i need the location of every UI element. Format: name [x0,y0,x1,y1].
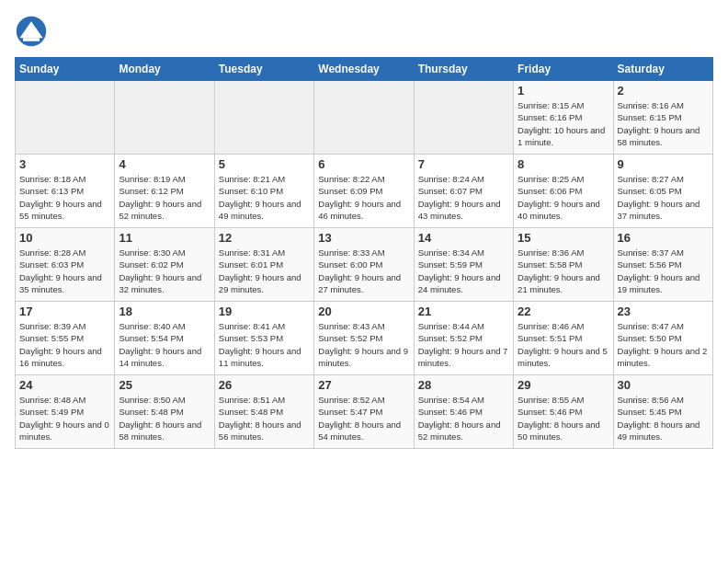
calendar-cell [414,81,513,155]
calendar-week: 17Sunrise: 8:39 AM Sunset: 5:55 PM Dayli… [16,302,713,375]
day-info: Sunrise: 8:50 AM Sunset: 5:48 PM Dayligh… [119,394,210,442]
day-info: Sunrise: 8:22 AM Sunset: 6:09 PM Dayligh… [318,173,409,222]
day-info: Sunrise: 8:55 AM Sunset: 5:46 PM Dayligh… [518,394,609,442]
calendar-week: 24Sunrise: 8:48 AM Sunset: 5:49 PM Dayli… [16,375,713,449]
calendar-cell: 6Sunrise: 8:22 AM Sunset: 6:09 PM Daylig… [314,155,414,228]
day-number: 25 [119,378,210,392]
day-number: 21 [418,304,509,318]
day-number: 2 [618,84,709,98]
day-info: Sunrise: 8:36 AM Sunset: 5:58 PM Dayligh… [518,247,609,295]
calendar-cell: 23Sunrise: 8:47 AM Sunset: 5:50 PM Dayli… [613,302,712,375]
calendar-cell: 2Sunrise: 8:16 AM Sunset: 6:15 PM Daylig… [613,81,712,155]
day-number: 23 [618,304,709,318]
calendar-cell [214,81,313,155]
day-info: Sunrise: 8:51 AM Sunset: 5:48 PM Dayligh… [219,394,310,442]
day-number: 22 [518,304,609,318]
day-number: 17 [19,304,110,318]
calendar-cell: 29Sunrise: 8:55 AM Sunset: 5:46 PM Dayli… [514,375,613,449]
day-info: Sunrise: 8:16 AM Sunset: 6:15 PM Dayligh… [618,99,709,148]
calendar-cell: 11Sunrise: 8:30 AM Sunset: 6:02 PM Dayli… [115,228,214,302]
day-number: 26 [219,378,310,392]
calendar-cell: 22Sunrise: 8:46 AM Sunset: 5:51 PM Dayli… [514,302,613,375]
calendar-cell: 9Sunrise: 8:27 AM Sunset: 6:05 PM Daylig… [613,155,712,228]
calendar-cell: 5Sunrise: 8:21 AM Sunset: 6:10 PM Daylig… [214,155,313,228]
day-info: Sunrise: 8:18 AM Sunset: 6:13 PM Dayligh… [19,173,110,222]
day-number: 6 [318,157,409,171]
day-info: Sunrise: 8:46 AM Sunset: 5:51 PM Dayligh… [518,320,609,369]
day-number: 1 [518,84,609,98]
day-number: 11 [119,231,210,245]
weekday-header: Tuesday [214,58,313,81]
calendar-cell: 30Sunrise: 8:56 AM Sunset: 5:45 PM Dayli… [613,375,712,449]
day-info: Sunrise: 8:41 AM Sunset: 5:53 PM Dayligh… [219,320,310,369]
day-number: 8 [518,157,609,171]
weekday-header: Saturday [613,58,712,81]
day-number: 12 [219,231,310,245]
calendar-cell: 17Sunrise: 8:39 AM Sunset: 5:55 PM Dayli… [16,302,115,375]
weekday-header: Thursday [414,58,513,81]
calendar-cell: 8Sunrise: 8:25 AM Sunset: 6:06 PM Daylig… [514,155,613,228]
day-number: 14 [418,231,509,245]
calendar-cell: 20Sunrise: 8:43 AM Sunset: 5:52 PM Dayli… [314,302,414,375]
day-number: 29 [518,378,609,392]
weekday-header: Monday [115,58,214,81]
day-info: Sunrise: 8:27 AM Sunset: 6:05 PM Dayligh… [618,173,709,222]
day-number: 28 [418,378,509,392]
calendar-cell: 18Sunrise: 8:40 AM Sunset: 5:54 PM Dayli… [115,302,214,375]
day-info: Sunrise: 8:31 AM Sunset: 6:01 PM Dayligh… [219,247,310,295]
header-row: SundayMondayTuesdayWednesdayThursdayFrid… [16,58,713,81]
day-info: Sunrise: 8:33 AM Sunset: 6:00 PM Dayligh… [318,247,409,295]
day-number: 27 [318,378,409,392]
calendar-cell: 25Sunrise: 8:50 AM Sunset: 5:48 PM Dayli… [115,375,214,449]
day-info: Sunrise: 8:24 AM Sunset: 6:07 PM Dayligh… [418,173,509,222]
day-info: Sunrise: 8:34 AM Sunset: 5:59 PM Dayligh… [418,247,509,295]
calendar-cell: 16Sunrise: 8:37 AM Sunset: 5:56 PM Dayli… [613,228,712,302]
day-number: 20 [318,304,409,318]
calendar-cell: 26Sunrise: 8:51 AM Sunset: 5:48 PM Dayli… [214,375,313,449]
day-info: Sunrise: 8:30 AM Sunset: 6:02 PM Dayligh… [119,247,210,295]
day-number: 19 [219,304,310,318]
page: SundayMondayTuesdayWednesdayThursdayFrid… [0,0,728,563]
calendar-cell [115,81,214,155]
calendar-week: 10Sunrise: 8:28 AM Sunset: 6:03 PM Dayli… [16,228,713,302]
day-number: 13 [318,231,409,245]
logo [15,15,53,48]
calendar-cell: 13Sunrise: 8:33 AM Sunset: 6:00 PM Dayli… [314,228,414,302]
calendar-cell: 15Sunrise: 8:36 AM Sunset: 5:58 PM Dayli… [514,228,613,302]
day-info: Sunrise: 8:47 AM Sunset: 5:50 PM Dayligh… [618,320,709,369]
day-info: Sunrise: 8:52 AM Sunset: 5:47 PM Dayligh… [318,394,409,442]
logo-icon [15,15,48,48]
day-info: Sunrise: 8:48 AM Sunset: 5:49 PM Dayligh… [19,394,110,442]
day-info: Sunrise: 8:37 AM Sunset: 5:56 PM Dayligh… [618,247,709,295]
day-info: Sunrise: 8:21 AM Sunset: 6:10 PM Dayligh… [219,173,310,222]
calendar-cell: 1Sunrise: 8:15 AM Sunset: 6:16 PM Daylig… [514,81,613,155]
day-number: 7 [418,157,509,171]
calendar: SundayMondayTuesdayWednesdayThursdayFrid… [15,57,713,449]
day-info: Sunrise: 8:39 AM Sunset: 5:55 PM Dayligh… [19,320,110,369]
calendar-cell: 21Sunrise: 8:44 AM Sunset: 5:52 PM Dayli… [414,302,513,375]
day-number: 24 [19,378,110,392]
calendar-week: 3Sunrise: 8:18 AM Sunset: 6:13 PM Daylig… [16,155,713,228]
calendar-cell: 27Sunrise: 8:52 AM Sunset: 5:47 PM Dayli… [314,375,414,449]
calendar-cell [314,81,414,155]
day-info: Sunrise: 8:25 AM Sunset: 6:06 PM Dayligh… [518,173,609,222]
day-info: Sunrise: 8:54 AM Sunset: 5:46 PM Dayligh… [418,394,509,442]
calendar-cell: 7Sunrise: 8:24 AM Sunset: 6:07 PM Daylig… [414,155,513,228]
weekday-header: Wednesday [314,58,414,81]
weekday-header: Sunday [16,58,115,81]
day-info: Sunrise: 8:56 AM Sunset: 5:45 PM Dayligh… [618,394,709,442]
day-number: 3 [19,157,110,171]
day-info: Sunrise: 8:19 AM Sunset: 6:12 PM Dayligh… [119,173,210,222]
calendar-cell: 4Sunrise: 8:19 AM Sunset: 6:12 PM Daylig… [115,155,214,228]
calendar-cell: 28Sunrise: 8:54 AM Sunset: 5:46 PM Dayli… [414,375,513,449]
day-number: 30 [618,378,709,392]
day-number: 9 [618,157,709,171]
day-number: 16 [618,231,709,245]
day-info: Sunrise: 8:28 AM Sunset: 6:03 PM Dayligh… [19,247,110,295]
calendar-cell: 12Sunrise: 8:31 AM Sunset: 6:01 PM Dayli… [214,228,313,302]
day-number: 10 [19,231,110,245]
day-info: Sunrise: 8:15 AM Sunset: 6:16 PM Dayligh… [518,99,609,148]
calendar-cell: 14Sunrise: 8:34 AM Sunset: 5:59 PM Dayli… [414,228,513,302]
day-number: 15 [518,231,609,245]
day-info: Sunrise: 8:44 AM Sunset: 5:52 PM Dayligh… [418,320,509,369]
